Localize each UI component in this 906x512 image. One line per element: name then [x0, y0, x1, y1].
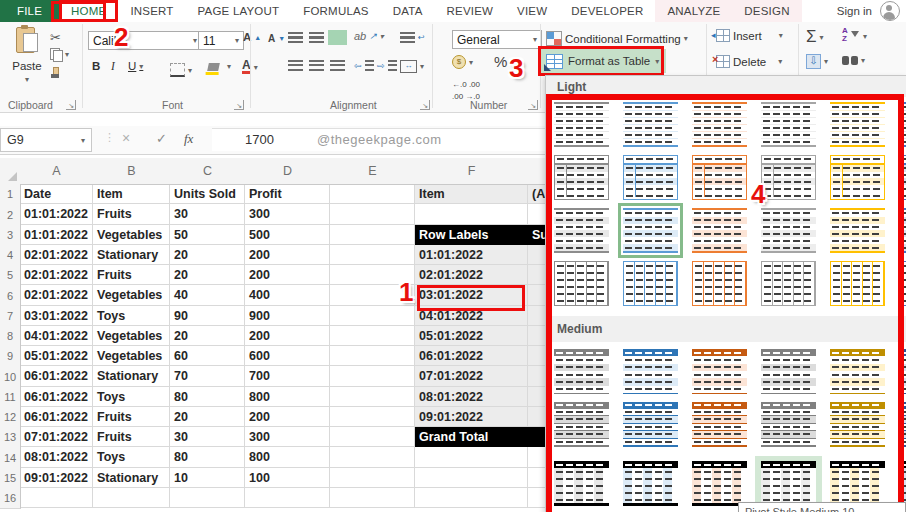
row-header-2[interactable]: 2: [0, 204, 21, 226]
grid-cell-C6[interactable]: 40: [170, 285, 245, 306]
pivot-cell-F10[interactable]: 07:01:2022: [415, 366, 528, 387]
grid-cell-B3[interactable]: Vegetables: [93, 225, 170, 245]
grid-cell-B4[interactable]: Stationary: [93, 245, 170, 265]
grid-cell-D14[interactable]: 800: [245, 447, 330, 468]
cut-button[interactable]: ✂: [50, 30, 61, 45]
grid-cell-A13[interactable]: 07:01:2022: [20, 427, 93, 447]
copy-button[interactable]: ▾: [50, 48, 69, 60]
grid-cell-E16[interactable]: [330, 488, 415, 508]
grid-cell-E10[interactable]: [330, 366, 415, 387]
grid-cell-A8[interactable]: 04:01:2022: [20, 326, 93, 346]
row-header-16[interactable]: 16: [0, 488, 21, 509]
fill-color-button[interactable]: ▾: [208, 62, 231, 71]
grid-cell-D8[interactable]: 200: [245, 326, 330, 346]
column-header-A[interactable]: A: [20, 158, 94, 185]
grid-cell-D9[interactable]: 600: [245, 346, 330, 366]
grid-cell-A12[interactable]: 06:01:2022: [20, 407, 93, 427]
grid-cell-D1[interactable]: Profit: [245, 184, 330, 204]
grid-cell-B9[interactable]: Vegetables: [93, 346, 170, 366]
grid-cell-C9[interactable]: 60: [170, 346, 245, 366]
sign-in[interactable]: Sign in: [837, 0, 906, 22]
row-header-3[interactable]: 3: [0, 225, 21, 246]
grid-cell-C2[interactable]: 30: [170, 204, 245, 225]
grid-cell-B1[interactable]: Item: [93, 184, 170, 204]
grid-cell-A14[interactable]: 08:01:2022: [20, 447, 93, 468]
grid-cell-C7[interactable]: 90: [170, 306, 245, 326]
column-header-D[interactable]: D: [245, 158, 331, 185]
enter-button[interactable]: ✓: [156, 131, 167, 146]
row-header-14[interactable]: 14: [0, 447, 21, 469]
paste-button[interactable]: Paste ▾: [8, 26, 46, 84]
clipboard-dialog-launcher[interactable]: [66, 100, 76, 110]
grid-cell-B11[interactable]: Toys: [93, 387, 170, 407]
wrap-text-button[interactable]: ↩: [400, 32, 425, 43]
pivot-cell-F9[interactable]: 06:01:2022: [415, 346, 528, 366]
grid-cell-A9[interactable]: 05:01:2022: [20, 346, 93, 366]
column-header-C[interactable]: C: [170, 158, 246, 185]
grid-cell-A15[interactable]: 09:01:2022: [20, 468, 93, 488]
grid-cell-A3[interactable]: 01:01:2022: [20, 225, 93, 245]
pivot-cell-F4[interactable]: 01:01:2022: [415, 245, 528, 265]
ribbon-tab-design[interactable]: DESIGN: [732, 0, 801, 22]
grid-cell-C5[interactable]: 20: [170, 265, 245, 285]
grid-cell-D13[interactable]: 300: [245, 427, 330, 447]
grid-cell-E15[interactable]: [330, 468, 415, 488]
grid-cell-C15[interactable]: 10: [170, 468, 245, 488]
accounting-format-button[interactable]: $▾: [452, 55, 473, 69]
grid-cell-B2[interactable]: Fruits: [93, 204, 170, 225]
italic-button[interactable]: I: [111, 60, 115, 72]
select-all-corner[interactable]: [0, 158, 21, 185]
grid-cell-C1[interactable]: Units Sold: [170, 184, 245, 204]
grid-cell-D6[interactable]: 400: [245, 285, 330, 306]
borders-button[interactable]: ▾: [170, 63, 192, 77]
grid-cell-E8[interactable]: [330, 326, 415, 346]
pivot-row-labels-cell[interactable]: Row Labels: [415, 225, 528, 245]
grid-cell-E4[interactable]: [330, 245, 415, 265]
grid-cell-C3[interactable]: 50: [170, 225, 245, 245]
grid-cell-B13[interactable]: Fruits: [93, 427, 170, 447]
pivot-cell-F16[interactable]: [415, 488, 528, 508]
number-dialog-launcher[interactable]: [528, 100, 538, 110]
row-header-1[interactable]: 1: [0, 184, 21, 205]
insert-cells-button[interactable]: Insert▾: [716, 29, 783, 42]
grid-cell-D11[interactable]: 800: [245, 387, 330, 407]
grid-cell-C13[interactable]: 30: [170, 427, 245, 447]
align-center-button[interactable]: [309, 60, 324, 71]
column-header-E[interactable]: E: [330, 158, 416, 185]
grid-cell-E13[interactable]: [330, 427, 415, 447]
row-header-5[interactable]: 5: [0, 265, 21, 286]
grid-cell-A7[interactable]: 03:01:2022: [20, 306, 93, 326]
ribbon-tab-view[interactable]: VIEW: [505, 0, 559, 22]
grid-cell-E1[interactable]: [330, 184, 415, 204]
underline-button[interactable]: U▾: [128, 60, 143, 72]
font-dialog-launcher[interactable]: [234, 100, 244, 110]
format-painter-button[interactable]: [50, 67, 60, 78]
row-header-7[interactable]: 7: [0, 306, 21, 327]
top-align-button[interactable]: [288, 32, 303, 43]
ribbon-tab-review[interactable]: REVIEW: [435, 0, 506, 22]
grid-cell-C12[interactable]: 20: [170, 407, 245, 427]
pivot-grand-total-cell[interactable]: Grand Total: [415, 427, 528, 447]
grid-cell-A2[interactable]: 01:01:2022: [20, 204, 93, 225]
grid-cell-D4[interactable]: 200: [245, 245, 330, 265]
align-left-button[interactable]: [288, 60, 303, 71]
insert-function-button[interactable]: fx: [184, 131, 193, 147]
bold-button[interactable]: B: [92, 60, 100, 72]
shrink-font-button[interactable]: A▼: [268, 33, 285, 44]
grid-cell-C8[interactable]: 20: [170, 326, 245, 346]
delete-cells-button[interactable]: Delete▾: [716, 55, 782, 68]
grid-cell-B14[interactable]: Toys: [93, 447, 170, 468]
grid-cell-B5[interactable]: Fruits: [93, 265, 170, 285]
grid-cell-A16[interactable]: [20, 488, 93, 508]
pivot-cell-F12[interactable]: 09:01:2022: [415, 407, 528, 427]
decrease-indent-button[interactable]: ⇦: [354, 60, 374, 71]
align-right-button[interactable]: [330, 60, 345, 71]
grid-cell-B16[interactable]: [93, 488, 170, 508]
bottom-align-button[interactable]: [330, 32, 345, 43]
grid-cell-C11[interactable]: 80: [170, 387, 245, 407]
column-header-B[interactable]: B: [93, 158, 171, 185]
grid-cell-E12[interactable]: [330, 407, 415, 427]
grid-cell-D16[interactable]: [245, 488, 330, 508]
row-header-15[interactable]: 15: [0, 468, 21, 489]
number-format-combobox[interactable]: General▾: [452, 30, 542, 49]
